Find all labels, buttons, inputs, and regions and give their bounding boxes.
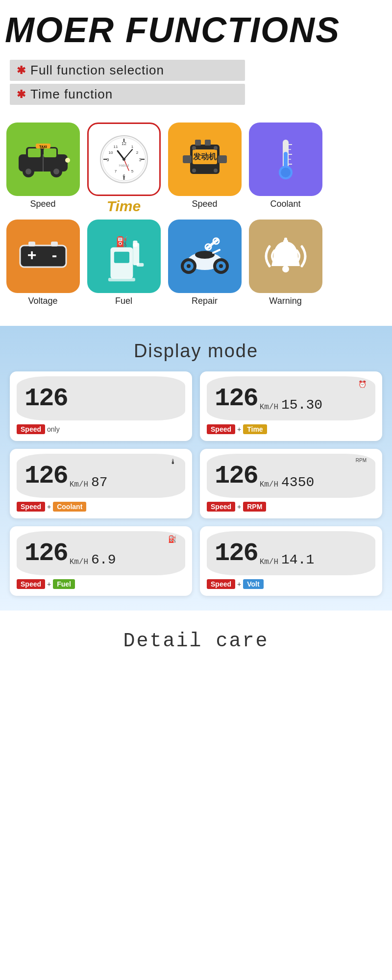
time-function-label: Time function bbox=[30, 87, 113, 102]
icon-tile-fuel: ⛽ bbox=[87, 220, 161, 293]
label-plus-4: + bbox=[237, 503, 241, 511]
card-labels-speed-fuel: Speed + Fuel bbox=[17, 579, 185, 589]
lcd-speed-rpm: 126 bbox=[215, 462, 258, 490]
badge-speed-5: Speed bbox=[17, 579, 45, 589]
svg-point-38 bbox=[192, 169, 196, 172]
lcd-speed-only: 126 bbox=[24, 384, 68, 413]
icon-tile-time-clock: 12 6 9 3 1 2 11 10 7 5 bbox=[87, 122, 161, 196]
icon-box-warning: Warning bbox=[247, 220, 323, 306]
svg-text:6: 6 bbox=[122, 173, 125, 178]
svg-text:9: 9 bbox=[106, 157, 109, 162]
header: MOER FUNCTIONS bbox=[0, 0, 392, 55]
display-card-speed-coolant: 🌡 126 Km/H 87 Speed + Coolant bbox=[10, 449, 192, 518]
label-plus-3: + bbox=[47, 503, 51, 511]
svg-text:⛽: ⛽ bbox=[115, 236, 128, 247]
svg-text:发动机: 发动机 bbox=[193, 152, 217, 161]
car-icon: TAXI bbox=[16, 132, 70, 186]
icon-tile-engine: 发动机 bbox=[168, 122, 242, 196]
badge-speed-1: Speed bbox=[17, 424, 45, 434]
svg-text:12: 12 bbox=[121, 141, 126, 146]
lcd-kmh-rpm: Km/H bbox=[260, 480, 278, 493]
svg-rect-3 bbox=[44, 148, 56, 157]
svg-rect-63 bbox=[136, 263, 144, 267]
svg-text:Habad: Habad bbox=[119, 164, 129, 167]
svg-point-37 bbox=[214, 146, 218, 150]
label-only: only bbox=[47, 425, 60, 433]
lcd-speed-coolant: 126 bbox=[24, 462, 68, 490]
svg-text:7: 7 bbox=[114, 169, 117, 173]
lcd-kmh-coolant: Km/H bbox=[70, 480, 88, 493]
clock-display-icon: ⏰ bbox=[358, 380, 367, 388]
svg-point-7 bbox=[53, 169, 59, 174]
icon-box-fuel: ⛽ Fuel bbox=[86, 220, 162, 306]
badge-coolant: Coolant bbox=[53, 502, 86, 512]
display-grid: 126 Speed only ⏰ 126 Km/H 15.30 Speed + … bbox=[10, 371, 382, 596]
display-card-speed-only: 126 Speed only bbox=[10, 371, 192, 441]
lcd-speed-fuel: 126 bbox=[24, 539, 68, 568]
display-screen-speed-volt: 126 Km/H 14.1 bbox=[207, 531, 375, 575]
icon-label-time: Time bbox=[107, 198, 141, 215]
display-screen-speed-fuel: ⛽ 126 Km/H 6.9 bbox=[17, 531, 185, 575]
icon-tile-voltage: + - bbox=[6, 220, 80, 293]
display-card-speed-time: ⏰ 126 Km/H 15.30 Speed + Time bbox=[200, 371, 382, 441]
display-card-speed-volt: 126 Km/H 14.1 Speed + Volt bbox=[200, 526, 382, 596]
svg-rect-57 bbox=[28, 242, 35, 246]
svg-rect-40 bbox=[195, 140, 201, 146]
detail-care-section: Detail care bbox=[0, 611, 392, 662]
icon-label-engine-speed: Speed bbox=[192, 199, 217, 209]
svg-text:2: 2 bbox=[136, 150, 138, 155]
engine-icon: 发动机 bbox=[178, 132, 232, 186]
icon-label-coolant: Coolant bbox=[270, 199, 300, 209]
display-mode-section: Display mode 126 Speed only ⏰ 126 Km/H 1… bbox=[0, 326, 392, 611]
label-plus-6: + bbox=[237, 580, 241, 588]
svg-text:5: 5 bbox=[131, 169, 133, 173]
svg-text:11: 11 bbox=[113, 145, 118, 149]
battery-icon: + - bbox=[16, 229, 70, 283]
svg-point-72 bbox=[219, 264, 223, 268]
display-screen-speed-coolant: 🌡 126 Km/H 87 bbox=[17, 454, 185, 498]
badge-volt: Volt bbox=[243, 579, 263, 589]
svg-rect-58 bbox=[51, 242, 58, 246]
icon-label-repair: Repair bbox=[192, 296, 218, 306]
svg-rect-60 bbox=[114, 252, 129, 263]
lcd-kmh-fuel: Km/H bbox=[70, 558, 88, 570]
lcd-coolant-value: 87 bbox=[91, 475, 108, 493]
svg-rect-62 bbox=[133, 241, 137, 247]
svg-rect-64 bbox=[108, 278, 135, 281]
rpm-display-icon: RPM bbox=[356, 458, 367, 463]
icon-box-time-clock: 12 6 9 3 1 2 11 10 7 5 bbox=[86, 122, 162, 215]
label-plus-2: + bbox=[237, 425, 241, 433]
svg-point-69 bbox=[187, 264, 191, 268]
icons-row-1: TAXI Speed bbox=[2, 122, 390, 220]
icon-box-engine: 发动机 Speed bbox=[167, 122, 243, 215]
badge-time: Time bbox=[243, 424, 267, 434]
card-labels-speed-coolant: Speed + Coolant bbox=[17, 502, 185, 512]
lcd-speed-time: 126 bbox=[215, 384, 258, 413]
full-function-label: Full function selection bbox=[30, 63, 164, 78]
svg-point-78 bbox=[282, 266, 289, 272]
lcd-rpm-value: 4350 bbox=[281, 475, 314, 493]
icon-label-voltage: Voltage bbox=[28, 296, 57, 306]
svg-text:TAXI: TAXI bbox=[39, 145, 47, 148]
lcd-fuel-value: 6.9 bbox=[91, 552, 116, 570]
fuel-display-icon: ⛽ bbox=[168, 535, 176, 543]
card-labels-speed-rpm: Speed + RPM bbox=[207, 502, 375, 512]
repair-icon bbox=[178, 229, 232, 283]
card-labels-speed-volt: Speed + Volt bbox=[207, 579, 375, 589]
icon-tile-speed-car: TAXI bbox=[6, 122, 80, 196]
svg-rect-43 bbox=[218, 155, 227, 163]
svg-text:+: + bbox=[27, 246, 36, 264]
lcd-time-value: 15.30 bbox=[281, 397, 322, 416]
svg-point-5 bbox=[25, 169, 31, 174]
icon-box-coolant: Coolant bbox=[247, 122, 323, 215]
lcd-kmh-time: Km/H bbox=[260, 403, 278, 416]
lcd-speed-volt: 126 bbox=[215, 539, 258, 568]
function-selection: ✱ Full function selection ✱ Time functio… bbox=[0, 55, 392, 118]
icon-tile-warning bbox=[249, 220, 322, 293]
icon-tile-repair bbox=[168, 220, 242, 293]
display-card-speed-rpm: RPM 126 Km/H 4350 Speed + RPM bbox=[200, 449, 382, 518]
star-icon-2: ✱ bbox=[17, 88, 25, 101]
lcd-kmh-volt: Km/H bbox=[260, 558, 278, 570]
svg-point-36 bbox=[192, 146, 196, 150]
icon-label-speed-car: Speed bbox=[30, 199, 55, 209]
